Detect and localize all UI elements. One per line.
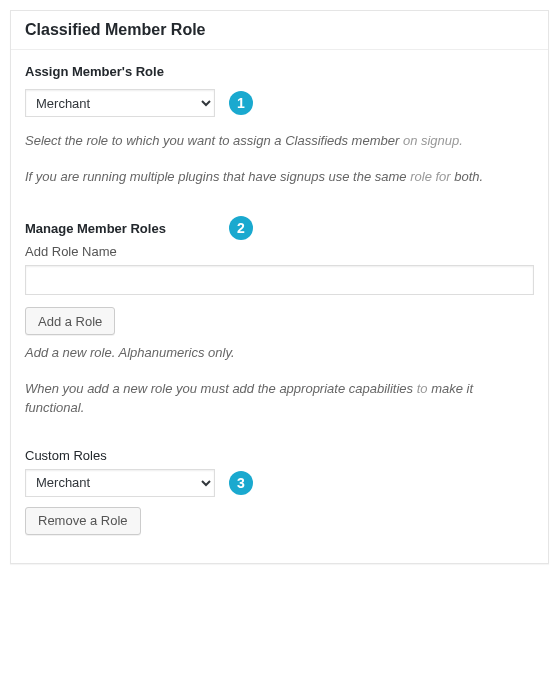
custom-roles-select[interactable]: Merchant bbox=[25, 469, 215, 497]
assign-role-description-2: If you are running multiple plugins that… bbox=[25, 167, 534, 187]
assign-role-description-1: Select the role to which you want to ass… bbox=[25, 131, 534, 151]
assign-role-select[interactable]: Merchant bbox=[25, 89, 215, 117]
add-role-description-2: When you add a new role you must add the… bbox=[25, 379, 534, 418]
add-role-name-input[interactable] bbox=[25, 265, 534, 295]
step-badge-1: 1 bbox=[229, 91, 253, 115]
manage-roles-label: Manage Member Roles bbox=[25, 221, 215, 236]
panel-body: Assign Member's Role Merchant 1 Select t… bbox=[11, 50, 548, 563]
panel-title: Classified Member Role bbox=[25, 21, 534, 39]
classified-member-role-panel: Classified Member Role Assign Member's R… bbox=[10, 10, 549, 564]
custom-roles-row: Merchant 3 bbox=[25, 469, 534, 497]
assign-role-row: Merchant 1 bbox=[25, 89, 534, 117]
assign-role-label: Assign Member's Role bbox=[25, 64, 534, 79]
panel-header: Classified Member Role bbox=[11, 11, 548, 50]
add-role-name-label: Add Role Name bbox=[25, 244, 534, 259]
add-role-button[interactable]: Add a Role bbox=[25, 307, 115, 335]
step-badge-2: 2 bbox=[229, 216, 253, 240]
step-badge-3: 3 bbox=[229, 471, 253, 495]
add-role-description-1: Add a new role. Alphanumerics only. bbox=[25, 343, 534, 363]
custom-roles-label: Custom Roles bbox=[25, 448, 534, 463]
manage-roles-header-row: Manage Member Roles 2 bbox=[25, 216, 534, 240]
remove-role-button[interactable]: Remove a Role bbox=[25, 507, 141, 535]
